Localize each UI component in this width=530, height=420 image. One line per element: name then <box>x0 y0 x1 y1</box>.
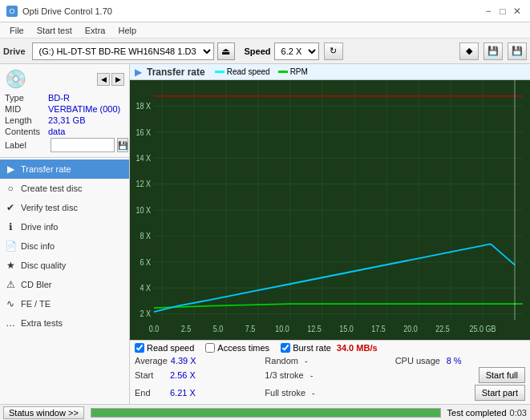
stat-cpu-row: CPU usage 8 % <box>395 356 525 365</box>
disc-next-button[interactable]: ▶ <box>111 73 124 86</box>
disc-info-icon: 📄 <box>5 240 16 252</box>
extra-tests-icon: … <box>5 317 16 329</box>
type-label: Type <box>5 93 48 103</box>
chart-header: ▶ Transfer rate Read speed RPM <box>130 64 530 80</box>
stat-stroke1-row: 1/3 stroke - <box>265 367 394 383</box>
sidebar-item-extra-tests[interactable]: … Extra tests <box>0 313 129 333</box>
average-label: Average <box>135 356 168 365</box>
checkbox-access-times[interactable] <box>205 343 215 353</box>
drive-select[interactable]: (G:) HL-DT-ST BD-RE WH16NS48 1.D3 <box>32 42 214 60</box>
checkbox-burst-rate-item: Burst rate 34.0 MB/s <box>281 343 377 353</box>
svg-text:12.5: 12.5 <box>307 324 322 333</box>
menu-extra[interactable]: Extra <box>79 24 112 37</box>
chart-svg: 18 X 16 X 14 X 12 X 10 X 8 X 6 X 4 X 2 X… <box>130 80 530 340</box>
sidebar-transfer-rate-label: Transfer rate <box>21 164 71 174</box>
restore-button[interactable]: □ <box>496 6 509 17</box>
legend-read-speed-label: Read speed <box>227 67 270 76</box>
close-button[interactable]: ✕ <box>511 6 524 17</box>
svg-text:22.5: 22.5 <box>435 324 450 333</box>
menu-help[interactable]: Help <box>111 24 143 37</box>
save-button[interactable]: 💾 <box>508 42 527 60</box>
burst-rate-value: 34.0 MB/s <box>337 343 378 353</box>
stat-end-row: End 6.21 X <box>135 385 265 401</box>
menubar: File Start test Extra Help <box>0 22 530 38</box>
disc-label-button[interactable]: 💾 <box>117 138 128 152</box>
svg-text:0.0: 0.0 <box>149 324 160 333</box>
sidebar-create-disc-label: Create test disc <box>21 184 82 193</box>
svg-text:8 X: 8 X <box>140 231 152 240</box>
minimize-button[interactable]: − <box>482 6 495 17</box>
svg-text:5.0: 5.0 <box>213 324 224 333</box>
svg-text:2.5: 2.5 <box>181 324 192 333</box>
svg-text:4 X: 4 X <box>140 283 152 293</box>
progress-bar-fill <box>91 409 440 417</box>
svg-text:7.5: 7.5 <box>245 324 256 333</box>
stat-start-row: Start 2.56 X <box>135 367 265 383</box>
sidebar-item-transfer-rate[interactable]: ▶ Transfer rate <box>0 160 129 179</box>
eject-button[interactable]: ⏏ <box>217 42 235 60</box>
svg-text:2 X: 2 X <box>140 309 152 318</box>
end-value: 6.21 X <box>170 388 199 398</box>
mid-value: VERBATIMe (000) <box>48 104 120 114</box>
sidebar-item-create-test-disc[interactable]: ○ Create test disc <box>0 179 129 198</box>
legend-rpm-label: RPM <box>290 67 308 76</box>
drive-label: Drive <box>3 46 26 56</box>
speed-label: Speed <box>245 46 271 56</box>
random-value: - <box>305 356 308 365</box>
sidebar-item-cd-bler[interactable]: ⚠ CD Bler <box>0 275 129 294</box>
svg-text:14 X: 14 X <box>136 153 151 163</box>
sidebar-extra-tests-label: Extra tests <box>21 318 63 328</box>
speed-select[interactable]: 6.2 X <box>274 42 319 60</box>
average-value: 4.39 X <box>171 356 200 365</box>
checkbox-burst-rate-label: Burst rate <box>293 343 331 353</box>
cpu-value: 8 % <box>447 356 475 365</box>
sidebar-item-disc-quality[interactable]: ★ Disc quality <box>0 256 129 275</box>
menu-start-test[interactable]: Start test <box>30 24 79 37</box>
checkbox-burst-rate[interactable] <box>281 343 290 353</box>
status-window-button[interactable]: Status window >> <box>3 406 84 419</box>
svg-text:10.0: 10.0 <box>275 324 289 333</box>
progress-bar-container <box>91 408 441 418</box>
stat-stroke2-row: Full stroke - <box>265 385 394 401</box>
transfer-rate-icon: ▶ <box>5 164 16 175</box>
contents-label: Contents <box>5 127 48 136</box>
sidebar-verify-disc-label: Verify test disc <box>21 203 78 212</box>
length-label: Length <box>5 115 48 125</box>
sidebar-disc-quality-label: Disc quality <box>21 260 66 270</box>
checkbox-read-speed-label: Read speed <box>147 343 194 353</box>
burn-button[interactable]: 💾 <box>483 42 503 60</box>
status-text: Test completed <box>447 408 507 418</box>
checkbox-access-times-label: Access times <box>217 343 269 353</box>
checkbox-read-speed-item: Read speed <box>135 343 194 353</box>
toolbar: Drive (G:) HL-DT-ST BD-RE WH16NS48 1.D3 … <box>0 38 530 64</box>
refresh-button[interactable]: ↻ <box>324 42 343 60</box>
sidebar-item-disc-info[interactable]: 📄 Disc info <box>0 236 129 256</box>
sidebar-item-verify-test-disc[interactable]: ✔ Verify test disc <box>0 198 129 217</box>
disc-label-input[interactable] <box>51 138 115 152</box>
checkbox-access-times-item: Access times <box>205 343 269 353</box>
drive-info-icon: ℹ <box>5 221 16 232</box>
sidebar-navigation: ▶ Transfer rate ○ Create test disc ✔ Ver… <box>0 158 129 404</box>
disc-prev-button[interactable]: ◀ <box>97 73 110 86</box>
svg-text:25.0 GB: 25.0 GB <box>470 324 496 333</box>
checkbox-read-speed[interactable] <box>135 343 144 353</box>
menu-file[interactable]: File <box>3 24 30 37</box>
settings-button[interactable]: ◆ <box>459 42 479 60</box>
disc-info-panel: 💿 ◀ ▶ Type BD-R MID VERBATIMe (000) Leng… <box>0 64 129 158</box>
cpu-label: CPU usage <box>395 356 443 365</box>
sidebar-fe-te-label: FE / TE <box>21 299 51 309</box>
sidebar-item-drive-info[interactable]: ℹ Drive info <box>0 217 129 236</box>
sidebar-disc-info-label: Disc info <box>21 241 55 251</box>
start-full-button[interactable]: Start full <box>479 367 525 383</box>
disc-logo-icon: 💿 <box>5 69 26 90</box>
sidebar-item-fe-te[interactable]: ∿ FE / TE <box>0 294 129 313</box>
content-area: ▶ Transfer rate Read speed RPM <box>130 64 530 404</box>
start-label: Start <box>135 370 167 380</box>
svg-text:20.0: 20.0 <box>403 324 418 333</box>
sidebar-drive-info-label: Drive info <box>21 222 58 232</box>
legend-rpm: RPM <box>278 67 308 76</box>
contents-value: data <box>48 127 65 136</box>
create-disc-icon: ○ <box>5 183 16 194</box>
start-part-button[interactable]: Start part <box>475 385 525 401</box>
svg-text:15.0: 15.0 <box>339 324 354 333</box>
